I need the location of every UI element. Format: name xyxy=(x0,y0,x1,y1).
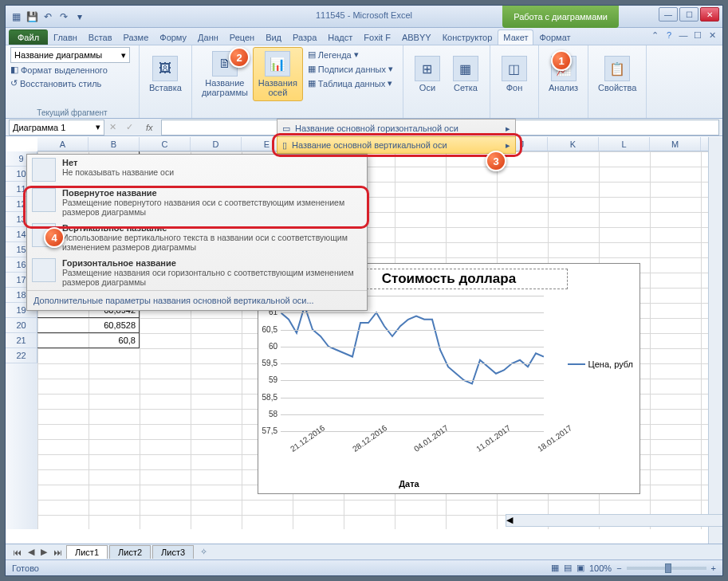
tab-view[interactable]: Вид xyxy=(260,29,287,45)
sheet-nav-prev[interactable]: ◀ xyxy=(26,547,37,557)
row-header-22[interactable]: 22 xyxy=(6,348,37,363)
axis-titles-icon: 📊 xyxy=(265,51,290,77)
view-layout-icon[interactable]: ▤ xyxy=(564,563,572,573)
chart-plot-area[interactable]: 57,55858,55959,56060,56161,521.12.201628… xyxy=(281,296,544,431)
data-table-button[interactable]: ▦Таблица данных ▾ xyxy=(306,77,395,89)
zoom-in-icon[interactable]: + xyxy=(711,563,716,573)
properties-label: Свойства xyxy=(598,83,636,92)
tab-home[interactable]: Главн xyxy=(48,29,83,45)
y-tick: 59 xyxy=(258,375,277,384)
legend-label: Легенда xyxy=(318,50,352,60)
col-header-M[interactable]: M xyxy=(650,137,701,151)
window-buttons: — ☐ ✕ xyxy=(659,7,719,22)
close-button[interactable]: ✕ xyxy=(700,7,719,22)
maximize-button[interactable]: ☐ xyxy=(679,7,698,22)
new-sheet-icon[interactable]: ✧ xyxy=(195,547,212,557)
chart-title-label: Название диаграммы xyxy=(202,78,248,97)
sheet-tab-2[interactable]: Лист2 xyxy=(109,545,151,559)
axes-button[interactable]: ⊞Оси xyxy=(408,47,447,101)
cell-b20[interactable]: 60,8528 xyxy=(37,318,140,333)
tab-developer[interactable]: Разра xyxy=(287,29,322,45)
popup-option-horizontal[interactable]: Горизонтальное названиеРазмещение назван… xyxy=(27,255,367,290)
axis-titles-button[interactable]: 📊Названия осей xyxy=(253,47,303,101)
vertical-scrollbar[interactable] xyxy=(708,137,722,544)
submenu-vert-label: Название основной вертикальной оси xyxy=(292,140,501,150)
save-icon[interactable]: 💾 xyxy=(25,10,39,24)
background-button[interactable]: ◫Фон xyxy=(495,47,533,101)
tab-abbyy[interactable]: ABBYY xyxy=(396,29,437,45)
tab-data[interactable]: Данн xyxy=(192,29,224,45)
status-ready: Готово xyxy=(12,563,39,573)
group-insert: 🖼Вставка xyxy=(140,45,192,118)
tab-addins[interactable]: Надст xyxy=(322,29,358,45)
view-normal-icon[interactable]: ▦ xyxy=(551,563,559,573)
col-header-L[interactable]: L xyxy=(599,137,650,151)
name-box[interactable]: Диаграмма 1▾ xyxy=(9,120,104,135)
reset-style-button[interactable]: ↺Восстановить стиль xyxy=(10,77,134,90)
redo-icon[interactable]: ↷ xyxy=(57,10,71,24)
submenu-horizontal-axis[interactable]: ▭ Название основной горизонтальной оси ▸ xyxy=(277,120,515,137)
col-header-C[interactable]: C xyxy=(140,137,191,151)
doc-restore-icon[interactable]: ☐ xyxy=(692,29,703,41)
legend-text: Цена, рубл xyxy=(588,359,633,369)
zoom-thumb[interactable] xyxy=(665,563,671,573)
col-header-K[interactable]: K xyxy=(548,137,599,151)
popup-more-options[interactable]: Дополнительные параметры названия основн… xyxy=(27,290,367,310)
format-selection-button[interactable]: ◧Формат выделенного xyxy=(10,63,134,77)
grid-button[interactable]: ▦Сетка xyxy=(447,47,485,101)
zoom-level[interactable]: 100% xyxy=(589,563,612,573)
popup-option-vertical[interactable]: Вертикальное названиеИспользование верти… xyxy=(27,220,367,255)
sheet-nav-first[interactable]: ⏮ xyxy=(10,548,24,557)
col-header-B[interactable]: B xyxy=(89,137,140,151)
sheet-nav-last[interactable]: ⏭ xyxy=(51,548,65,557)
zoom-controls: ▦ ▤ ▣ 100% − + xyxy=(551,563,716,573)
chart-element-selector[interactable]: Название диаграммы▾ xyxy=(10,47,130,63)
popup-option-rotated[interactable]: Повернутое названиеРазмещение повернутог… xyxy=(27,185,367,220)
submenu-vertical-axis[interactable]: ▯ Название основной вертикальной оси ▸ xyxy=(277,136,516,154)
background-icon: ◫ xyxy=(502,56,527,81)
callout-4: 4 xyxy=(44,227,65,248)
hscroll-left-icon[interactable]: ◀ xyxy=(506,515,513,526)
legend-button[interactable]: ▤Легенда ▾ xyxy=(306,49,395,61)
row-header-20[interactable]: 20 xyxy=(6,318,37,333)
chart-legend[interactable]: Цена, рубл xyxy=(568,359,633,369)
sheet-tab-1[interactable]: Лист1 xyxy=(66,545,108,559)
properties-button[interactable]: 📋Свойства xyxy=(593,47,641,101)
popup-option-none[interactable]: НетНе показывать название оси xyxy=(27,155,367,185)
sheet-tab-3[interactable]: Лист3 xyxy=(152,545,194,559)
doc-close-icon[interactable]: ✕ xyxy=(706,29,718,41)
tab-file[interactable]: Файл xyxy=(9,29,48,45)
cancel-icon[interactable]: ✕ xyxy=(104,122,121,132)
tab-insert[interactable]: Встав xyxy=(83,29,118,45)
undo-icon[interactable]: ↶ xyxy=(41,10,55,24)
data-labels-button[interactable]: ▦Подписи данных ▾ xyxy=(306,63,395,75)
excel-window: ▦ 💾 ↶ ↷ ▾ 111545 - Microsoft Excel Работ… xyxy=(5,5,723,576)
cell-b21[interactable]: 60,8 xyxy=(37,333,140,348)
doc-minimize-icon[interactable]: — xyxy=(678,29,689,41)
chart-x-axis-label[interactable]: Дата xyxy=(258,479,560,489)
insert-button[interactable]: 🖼Вставка xyxy=(144,47,187,101)
fx-icon[interactable]: fx xyxy=(138,123,161,132)
help-icon[interactable]: ? xyxy=(663,29,675,41)
col-header-A[interactable]: A xyxy=(37,137,89,151)
tab-formulas[interactable]: Форму xyxy=(154,29,192,45)
tab-layout[interactable]: Макет xyxy=(498,29,533,45)
horizontal-scrollbar[interactable]: ◀▶ xyxy=(506,514,723,527)
y-tick: 59,5 xyxy=(258,359,277,367)
tab-design[interactable]: Конструктор xyxy=(437,29,498,45)
view-pagebreak-icon[interactable]: ▣ xyxy=(576,563,584,573)
col-header-D[interactable]: D xyxy=(191,137,242,151)
row-header-21[interactable]: 21 xyxy=(6,333,37,348)
insert-label: Вставка xyxy=(149,83,182,92)
minimize-button[interactable]: — xyxy=(659,7,678,22)
tab-foxit[interactable]: Foxit F xyxy=(358,29,396,45)
ribbon-minimize-icon[interactable]: ⌃ xyxy=(649,29,660,41)
sheet-nav-next[interactable]: ▶ xyxy=(38,547,49,557)
tab-review[interactable]: Рецен xyxy=(224,29,260,45)
tab-format[interactable]: Формат xyxy=(533,29,576,45)
zoom-slider[interactable] xyxy=(627,567,706,570)
tab-page-layout[interactable]: Разме xyxy=(118,29,155,45)
zoom-out-icon[interactable]: − xyxy=(616,563,621,573)
qat-more-icon[interactable]: ▾ xyxy=(73,10,87,24)
enter-icon[interactable]: ✓ xyxy=(121,122,138,132)
